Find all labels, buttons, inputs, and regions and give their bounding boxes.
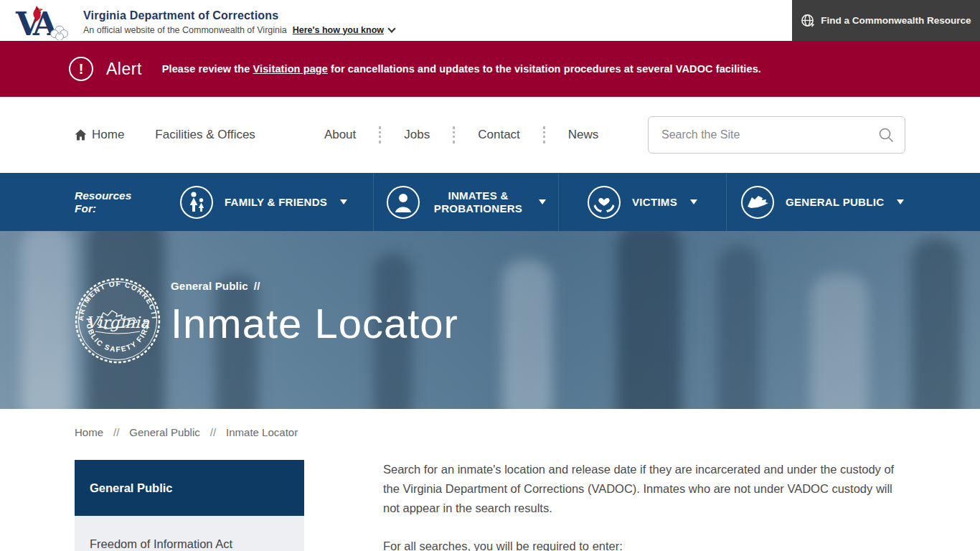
hero-banner: DEPARTMENT OF CORRECTIONS PUBLIC SAFETY …	[0, 231, 980, 409]
search-input[interactable]	[661, 128, 877, 141]
vadoc-logo[interactable]: VA	[14, 3, 73, 40]
page-title: Inmate Locator	[171, 299, 458, 347]
breadcrumb-home[interactable]: Home	[75, 426, 103, 438]
chevron-down-icon	[897, 199, 904, 204]
official-site-text: An official website of the Commonwealth …	[83, 25, 287, 35]
alert-label: Alert	[106, 60, 142, 79]
nav-item-home[interactable]: Home	[75, 128, 124, 142]
chevron-down-icon	[340, 199, 347, 204]
section-sidebar: General Public Freedom of Information Ac…	[75, 460, 304, 551]
nav-item-label: Facilities & Offices	[155, 128, 255, 142]
sidebar-item-label: Freedom of Information Act	[90, 537, 232, 550]
resource-label: GENERAL PUBLIC	[786, 196, 884, 208]
exclamation-circle-icon: !	[69, 57, 93, 81]
resource-button-label: Find a Commonwealth Resource	[821, 15, 971, 26]
nav-item-news[interactable]: News	[568, 128, 599, 142]
resources-for-label: Resources For:	[0, 173, 154, 231]
globe-icon	[801, 14, 814, 27]
person-icon	[387, 186, 420, 219]
sidebar-item-general-public[interactable]: General Public	[75, 460, 304, 516]
chevron-down-icon	[690, 199, 697, 204]
alert-banner: ! Alert Please review the Visitation pag…	[0, 41, 980, 97]
hero-category-link[interactable]: General Public//	[171, 280, 458, 292]
home-icon	[75, 129, 87, 141]
site-search	[648, 116, 905, 154]
search-requirements-intro: For all searches, you will be required t…	[383, 537, 903, 551]
resource-label: FAMILY & FRIENDS	[225, 196, 327, 208]
breadcrumb-general-public[interactable]: General Public	[129, 426, 199, 438]
nav-item-about[interactable]: About	[324, 128, 356, 142]
hero-category-label: General Public	[171, 280, 248, 292]
family-icon	[180, 186, 213, 219]
search-icon[interactable]	[877, 126, 895, 143]
alert-message-prefix: Please review the	[162, 63, 253, 75]
main-navigation: Home Facilities & Offices About Jobs Con…	[0, 97, 980, 173]
nav-item-jobs[interactable]: Jobs	[404, 128, 430, 142]
resource-label: VICTIMS	[632, 196, 677, 208]
alert-message: Please review the Visitation page for ca…	[162, 63, 761, 75]
page-content: General Public Freedom of Information Ac…	[0, 460, 980, 551]
nav-item-label: About	[324, 128, 356, 142]
nav-item-label: Home	[92, 128, 124, 142]
dogwood-flower-icon	[51, 26, 68, 40]
resources-bar: Resources For: FAMILY & FRIENDS INMAT	[0, 173, 980, 231]
breadcrumb-separator: //	[113, 426, 119, 438]
hands-heart-icon	[588, 186, 621, 219]
site-header: VA Virginia Department of Corrections An…	[0, 0, 980, 41]
breadcrumb-separator: //	[210, 426, 216, 438]
resources-inmates-probationers-dropdown[interactable]: INMATES & PROBATIONERS	[373, 173, 558, 231]
nav-divider	[543, 126, 545, 143]
vadoc-seal: DEPARTMENT OF CORRECTIONS PUBLIC SAFETY …	[74, 277, 161, 364]
nav-item-label: Jobs	[404, 128, 430, 142]
chevron-down-icon	[387, 24, 395, 32]
resources-family-friends-dropdown[interactable]: FAMILY & FRIENDS	[154, 173, 373, 231]
nav-item-label: Contact	[478, 128, 520, 142]
nav-item-facilities-offices[interactable]: Facilities & Offices	[155, 128, 255, 142]
alert-message-suffix: for cancellations and updates to the vis…	[328, 63, 761, 75]
main-column: Search for an inmate's location and rele…	[383, 460, 903, 551]
nav-item-contact[interactable]: Contact	[478, 128, 520, 142]
seal-center-text: Virginia	[86, 314, 150, 331]
sidebar-item-foia[interactable]: Freedom of Information Act	[75, 516, 304, 551]
resource-label: INMATES & PROBATIONERS	[431, 189, 526, 215]
resources-victims-dropdown[interactable]: VICTIMS	[558, 173, 726, 231]
intro-paragraph: Search for an inmate's location and rele…	[383, 460, 903, 518]
sidebar-item-label: General Public	[90, 481, 173, 495]
hero-category-separator: //	[254, 280, 260, 292]
find-commonwealth-resource-button[interactable]: Find a Commonwealth Resource	[792, 0, 980, 41]
heres-how-you-know-link[interactable]: Here's how you know	[293, 25, 384, 35]
nav-divider	[379, 126, 381, 143]
breadcrumb-current: Inmate Locator	[226, 426, 298, 438]
virginia-state-icon	[741, 186, 774, 219]
nav-divider	[453, 126, 455, 143]
resources-general-public-dropdown[interactable]: GENERAL PUBLIC	[726, 173, 980, 231]
nav-item-label: News	[568, 128, 599, 142]
visitation-page-link[interactable]: Visitation page	[253, 63, 328, 75]
breadcrumb: Home // General Public // Inmate Locator	[0, 409, 980, 438]
site-title: Virginia Department of Corrections	[83, 9, 395, 22]
chevron-down-icon	[539, 199, 546, 204]
